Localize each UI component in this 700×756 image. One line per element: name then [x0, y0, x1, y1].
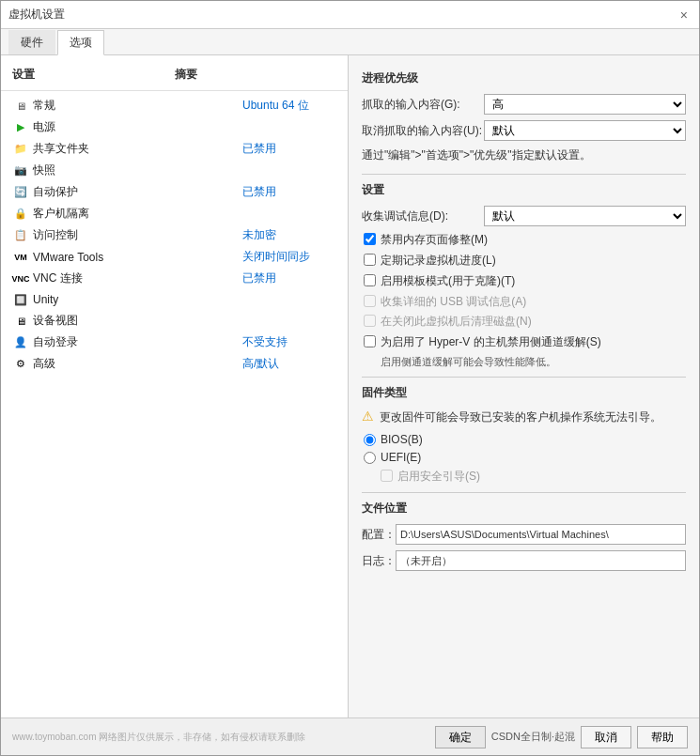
sidebar-item-snapshot[interactable]: 📷 快照: [1, 160, 348, 181]
release-label: 取消抓取的输入内容(U):: [362, 123, 484, 139]
sidebar-item-unity[interactable]: 🔲 Unity: [1, 289, 348, 310]
release-input-row: 取消抓取的输入内容(U): 默认 低 正常 高: [362, 120, 686, 141]
capture-input-row: 抓取的输入内容(G): 高 低 正常 高于正常 实时: [362, 94, 686, 115]
clean-disk-label: 在关闭此虚拟机后清理磁盘(N): [381, 314, 532, 330]
debug-label: 收集调试信息(D):: [362, 208, 484, 224]
capture-label: 抓取的输入内容(G):: [362, 97, 484, 113]
process-priority-title: 进程优先级: [362, 70, 686, 86]
right-panel: 进程优先级 抓取的输入内容(G): 高 低 正常 高于正常 实时 取消抓取的输入…: [349, 55, 699, 717]
file-location-title: 文件位置: [362, 501, 686, 517]
content-area: 设置 摘要 🖥 常规 Ubuntu 64 位 ▶ 电源 📁 共享文件夹 已禁用: [1, 55, 699, 717]
config-path-input[interactable]: [396, 524, 686, 545]
title-bar: 虚拟机设置 ×: [1, 1, 699, 29]
disable-mem-label: 禁用内存页面修整(M): [381, 232, 488, 248]
sidebar-item-device-view[interactable]: 🖥 设备视图: [1, 310, 348, 332]
log-path-input[interactable]: [396, 550, 686, 571]
settings-section-title: 设置: [362, 182, 686, 198]
hyperv-sub-note: 启用侧通道缓解可能会导致性能降低。: [362, 355, 686, 369]
warning-icon: ⚠: [362, 409, 374, 424]
sidebar-item-access[interactable]: 📋 访问控制 未加密: [1, 224, 348, 246]
bottom-bar: www.toymoban.com 网络图片仅供展示，非存储，如有侵权请联系删除 …: [1, 717, 699, 755]
camera-icon: 📷: [12, 163, 29, 178]
vm-settings-window: 虚拟机设置 × 硬件 选项 设置 摘要 🖥 常规 Ubuntu 64 位: [0, 0, 700, 756]
uefi-radio-row: UEFI(E): [362, 451, 686, 464]
sidebar-item-autologin[interactable]: 👤 自动登录 不受支持: [1, 332, 348, 353]
unity-icon: 🔲: [12, 292, 29, 307]
sidebar-item-vmware-tools[interactable]: VM VMware Tools 关闭时间同步: [1, 246, 348, 268]
usb-detail-checkbox: [364, 295, 376, 307]
left-panel-header: 设置 摘要: [1, 63, 348, 91]
priority-note: 通过"编辑">"首选项">"优先级"指定默认设置。: [362, 147, 686, 164]
secure-boot-checkbox: [381, 470, 393, 482]
sidebar-item-general[interactable]: 🖥 常规 Ubuntu 64 位: [1, 95, 348, 116]
periodic-log-label: 定期记录虚拟机进度(L): [381, 253, 496, 269]
checkbox-periodic-log-row: 定期记录虚拟机进度(L): [362, 253, 686, 269]
bottom-buttons: 确定 CSDN全日制·起混 取消 帮助: [435, 726, 688, 748]
sidebar-item-advanced[interactable]: ⚙ 高级 高/默认: [1, 353, 348, 375]
secure-boot-row: 启用安全引导(S): [362, 469, 686, 485]
hyperv-checkbox[interactable]: [364, 335, 376, 347]
checkbox-usb-row: 收集详细的 USB 调试信息(A): [362, 294, 686, 310]
settings-col-header: 设置: [12, 67, 175, 83]
tab-hardware[interactable]: 硬件: [8, 30, 55, 54]
sidebar-item-isolation[interactable]: 🔒 客户机隔离: [1, 203, 348, 224]
release-select[interactable]: 默认 低 正常 高: [484, 120, 686, 141]
firmware-title: 固件类型: [362, 385, 686, 401]
access-icon: 📋: [12, 228, 29, 243]
disable-mem-checkbox[interactable]: [364, 233, 376, 245]
bios-radio[interactable]: [364, 434, 376, 446]
deviceview-icon: 🖥: [12, 314, 29, 329]
checkbox-hyperv-row: 为启用了 Hyper-V 的主机禁用侧通道缓解(S): [362, 334, 686, 350]
firmware-warning-text: 更改固件可能会导致已安装的客户机操作系统无法引导。: [380, 409, 661, 425]
config-label: 配置：: [362, 527, 396, 543]
debug-select[interactable]: 默认 低 高: [484, 206, 686, 226]
confirm-button[interactable]: 确定: [435, 726, 486, 748]
sidebar-item-autosave[interactable]: 🔄 自动保护 已禁用: [1, 181, 348, 203]
isolation-icon: 🔒: [12, 207, 29, 222]
bios-radio-row: BIOS(B): [362, 433, 686, 446]
summary-col-header: 摘要: [175, 67, 337, 83]
hyperv-label: 为启用了 Hyper-V 的主机禁用侧通道缓解(S): [381, 334, 601, 350]
uefi-radio[interactable]: [364, 452, 376, 464]
log-label: 日志：: [362, 553, 396, 569]
tab-options[interactable]: 选项: [57, 30, 104, 55]
cancel-button[interactable]: 取消: [581, 726, 631, 748]
checkbox-template-row: 启用模板模式(用于克隆)(T): [362, 273, 686, 289]
clean-disk-checkbox: [364, 315, 376, 327]
advanced-icon: ⚙: [12, 357, 29, 372]
vnc-icon: VNC: [12, 271, 29, 286]
tab-bar: 硬件 选项: [1, 29, 699, 55]
monitor-icon: 🖥: [12, 99, 29, 114]
sidebar-item-power[interactable]: ▶ 电源: [1, 116, 348, 138]
template-mode-label: 启用模板模式(用于克隆)(T): [381, 273, 515, 289]
periodic-log-checkbox[interactable]: [364, 254, 376, 266]
help-button[interactable]: 帮助: [637, 726, 688, 748]
left-panel: 设置 摘要 🖥 常规 Ubuntu 64 位 ▶ 电源 📁 共享文件夹 已禁用: [1, 55, 349, 717]
checkbox-disable-mem-row: 禁用内存页面修整(M): [362, 232, 686, 248]
window-title: 虚拟机设置: [8, 7, 65, 23]
close-button[interactable]: ×: [677, 8, 692, 23]
sidebar-item-shared[interactable]: 📁 共享文件夹 已禁用: [1, 138, 348, 160]
log-file-row: 日志：: [362, 550, 686, 571]
autosave-icon: 🔄: [12, 185, 29, 200]
watermark-text: www.toymoban.com 网络图片仅供展示，非存储，如有侵权请联系删除: [12, 731, 305, 744]
folder-icon: 📁: [12, 142, 29, 157]
sidebar-item-vnc[interactable]: VNC VNC 连接 已禁用: [1, 268, 348, 289]
checkbox-clean-disk-row: 在关闭此虚拟机后清理磁盘(N): [362, 314, 686, 330]
power-icon: ▶: [12, 120, 29, 135]
capture-select[interactable]: 高 低 正常 高于正常 实时: [484, 94, 686, 115]
firmware-warning-row: ⚠ 更改固件可能会导致已安装的客户机操作系统无法引导。: [362, 409, 686, 425]
config-file-row: 配置：: [362, 524, 686, 545]
uefi-label: UEFI(E): [381, 451, 421, 464]
vmtools-icon: VM: [12, 250, 29, 265]
secure-boot-label: 启用安全引导(S): [397, 469, 480, 485]
usb-detail-label: 收集详细的 USB 调试信息(A): [381, 294, 526, 310]
csdn-label: CSDN全日制·起混: [491, 730, 575, 744]
autologin-icon: 👤: [12, 335, 29, 350]
debug-row: 收集调试信息(D): 默认 低 高: [362, 206, 686, 226]
template-mode-checkbox[interactable]: [364, 274, 376, 286]
bios-label: BIOS(B): [381, 433, 423, 446]
